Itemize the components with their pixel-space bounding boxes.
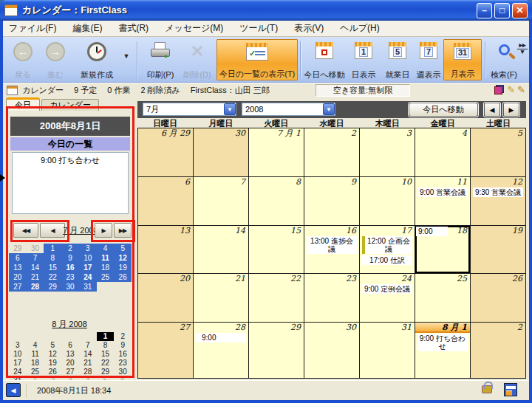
- month-select[interactable]: 7月 ▼: [143, 103, 236, 116]
- mini-day[interactable]: 22: [44, 272, 61, 282]
- calendar-cell[interactable]: 30: [194, 128, 249, 177]
- calendar-cell[interactable]: 23: [304, 274, 360, 323]
- today-event-list[interactable]: 9:00 打ち合わせ: [12, 152, 129, 214]
- mini-day[interactable]: 8: [44, 253, 61, 263]
- mini-day[interactable]: 26: [114, 272, 132, 282]
- tab-calendar[interactable]: カレンダー: [41, 99, 99, 111]
- close-button[interactable]: ✕: [512, 3, 528, 18]
- calendar-cell[interactable]: 1613:00 進捗会議: [304, 226, 360, 275]
- mini-day[interactable]: 23: [61, 272, 79, 282]
- chevron-down-icon[interactable]: ▼: [323, 103, 335, 115]
- mini-day[interactable]: 23: [114, 359, 132, 368]
- mini-day[interactable]: 21: [27, 272, 44, 282]
- mini-day[interactable]: 16: [61, 263, 79, 272]
- event[interactable]: 9:00 営業会議: [417, 187, 468, 197]
- mini-day[interactable]: 14: [79, 350, 97, 359]
- calendar-cell[interactable]: 20: [138, 274, 194, 323]
- forward-button[interactable]: → 進む: [40, 39, 71, 80]
- pencil-icon[interactable]: ✎: [507, 84, 515, 95]
- event[interactable]: 13:00 進捗会議: [307, 236, 357, 254]
- mini-day[interactable]: 9: [114, 341, 132, 350]
- mini-day[interactable]: 30: [114, 368, 132, 376]
- mini-day[interactable]: 6: [61, 341, 79, 350]
- back-button[interactable]: ← 戻る: [7, 39, 38, 80]
- calendar-cell[interactable]: 2: [471, 323, 525, 378]
- event[interactable]: 17:00 仕訳: [362, 255, 412, 265]
- calendar-cell[interactable]: 26: [471, 274, 525, 323]
- mini-day[interactable]: 13: [61, 350, 79, 359]
- calendar-cell[interactable]: 19: [471, 226, 525, 275]
- mini-day[interactable]: 5: [114, 244, 132, 253]
- pages-icon[interactable]: [494, 85, 504, 94]
- calendar-cell[interactable]: 7 月 1: [249, 128, 304, 177]
- mini-day[interactable]: 29: [97, 368, 115, 376]
- mini-day[interactable]: 7: [27, 253, 44, 263]
- calendar-cell[interactable]: 30: [304, 323, 360, 378]
- today-list-button[interactable]: ✓ 今日の一覧の表示(T): [216, 39, 298, 80]
- calendar-cell[interactable]: 31: [360, 323, 415, 378]
- calendar-cell[interactable]: 13: [138, 226, 194, 275]
- calendar-cell[interactable]: 10: [360, 177, 415, 226]
- next-month-button[interactable]: ▶: [503, 103, 519, 117]
- mini-day[interactable]: 15: [97, 350, 115, 359]
- delete-button[interactable]: ✕ 削除(D): [180, 39, 214, 80]
- chevron-down-icon[interactable]: ▼: [224, 103, 236, 115]
- work-days-button[interactable]: 5 就業日: [381, 39, 414, 80]
- mini-day[interactable]: 17: [9, 359, 27, 368]
- calendar-cell[interactable]: 6: [138, 177, 194, 226]
- calendar-cell[interactable]: 119:00 営業会議: [415, 177, 471, 226]
- calendar-cell[interactable]: 129:30 営業会議: [471, 177, 525, 226]
- view-grid-icon[interactable]: [504, 383, 517, 396]
- event[interactable]: 9:00: [196, 333, 246, 342]
- menu-item[interactable]: 書式(R): [118, 22, 149, 35]
- mini-day[interactable]: 19: [114, 263, 132, 272]
- mini-day[interactable]: 6: [9, 253, 27, 263]
- panel-collapse-arrow-icon[interactable]: [0, 174, 5, 182]
- calendar-cell[interactable]: 21: [194, 274, 249, 323]
- goto-today-header-button[interactable]: 今日へ移動: [409, 103, 478, 117]
- mini-day[interactable]: 4: [27, 341, 44, 350]
- mini-next-year-button[interactable]: ▶▶: [114, 223, 132, 238]
- maximize-button[interactable]: □: [494, 3, 510, 18]
- mini-day[interactable]: 30: [61, 282, 79, 292]
- mini-day[interactable]: 10: [79, 253, 97, 263]
- panel-toggle-icon[interactable]: ◀: [6, 383, 21, 397]
- mini-day[interactable]: 21: [79, 359, 97, 368]
- mini-day[interactable]: 12: [44, 350, 61, 359]
- mini-day[interactable]: 26: [44, 368, 61, 376]
- mini-day[interactable]: 13: [9, 263, 27, 272]
- event[interactable]: 12:00 企画会議: [362, 236, 412, 254]
- event[interactable]: 9:00: [416, 227, 448, 236]
- goto-today-button[interactable]: 今日へ移動: [303, 39, 346, 80]
- calendar-cell[interactable]: 8: [249, 177, 304, 226]
- mini-day[interactable]: 20: [9, 272, 27, 282]
- calendar-cell[interactable]: 27: [138, 323, 194, 378]
- minimize-button[interactable]: –: [477, 3, 492, 18]
- menu-item[interactable]: 編集(E): [72, 22, 102, 35]
- calendar-cell[interactable]: 8 月 19:00 打ち合わせ: [415, 323, 471, 378]
- calendar-cell[interactable]: 9: [304, 177, 360, 226]
- calendar-cell[interactable]: 2: [304, 128, 360, 177]
- mini-day[interactable]: 5: [44, 341, 61, 350]
- mini-day[interactable]: 31: [79, 282, 97, 292]
- calendar-cell[interactable]: 3: [360, 128, 415, 177]
- day-view-button[interactable]: 1 日表示: [347, 39, 380, 80]
- toolbar-overflow-chevron[interactable]: ▸▸▾: [517, 43, 528, 55]
- menu-item[interactable]: ツール(T): [239, 22, 278, 35]
- mini-day[interactable]: 11: [27, 350, 44, 359]
- mini-prev-year-button[interactable]: ◀◀: [13, 223, 38, 238]
- calendar-cell[interactable]: 15: [249, 226, 304, 275]
- calendar-cell[interactable]: 29: [249, 323, 304, 378]
- event[interactable]: 9:00 定例会議: [362, 284, 412, 294]
- calendar-cell[interactable]: 189:00: [415, 226, 471, 275]
- year-select[interactable]: 2008 ▼: [242, 103, 335, 116]
- mini-day[interactable]: 29: [44, 282, 61, 292]
- mini-day[interactable]: 3: [9, 341, 27, 350]
- mini-day[interactable]: 16: [114, 350, 132, 359]
- mini-day[interactable]: 9: [61, 253, 79, 263]
- new-document-dropdown[interactable]: ▼: [120, 39, 132, 80]
- mini-day[interactable]: 2: [114, 332, 132, 341]
- mini-day[interactable]: 4: [97, 244, 115, 253]
- calendar-cell[interactable]: 1712:00 企画会議17:00 仕訳: [360, 226, 415, 275]
- calendar-cell[interactable]: 25: [415, 274, 471, 323]
